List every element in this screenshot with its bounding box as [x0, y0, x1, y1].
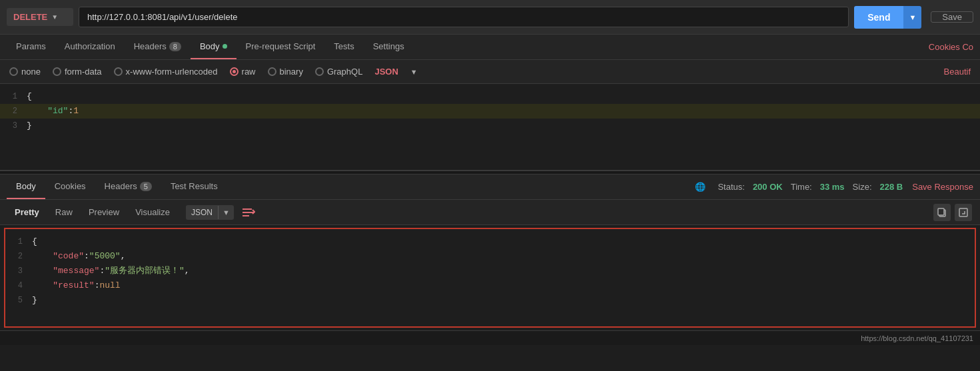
req-line-1: 1 {	[0, 89, 980, 104]
response-tabs-left: Body Cookies Headers 5 Test Results	[7, 175, 227, 199]
response-status-info: 🌐 Status: 200 OK Time: 33 ms Size: 228 B	[695, 182, 903, 192]
tab-params[interactable]: Params	[7, 35, 55, 59]
send-dropdown-button[interactable]: ▼	[903, 6, 921, 29]
tab-settings[interactable]: Settings	[364, 35, 414, 59]
format-select-label: JSON	[186, 205, 218, 220]
body-type-graphql[interactable]: GraphQL	[315, 67, 362, 77]
copy-icons-group	[933, 204, 972, 221]
resp-line-1: 1 {	[5, 234, 975, 249]
status-value: 200 OK	[753, 182, 783, 192]
radio-none-icon	[9, 67, 18, 76]
url-input[interactable]	[79, 7, 849, 27]
status-bar: https://blog.csdn.net/qq_41107231	[0, 330, 980, 345]
cookies-link[interactable]: Cookies Co	[929, 42, 973, 52]
resp-tab-body[interactable]: Body	[7, 175, 45, 199]
globe-icon: 🌐	[695, 182, 706, 192]
resp-headers-badge: 5	[140, 182, 152, 191]
copy-button[interactable]	[933, 204, 951, 221]
response-body-editor[interactable]: 1 { 2 "code" : "5000" , 3 "message" : "服…	[4, 228, 976, 328]
headers-badge: 8	[169, 42, 181, 51]
send-button-group: Send ▼	[854, 6, 921, 29]
send-button[interactable]: Send	[854, 6, 903, 29]
top-bar: DELETE ▼ Send ▼ Save	[0, 0, 980, 35]
radio-raw-icon	[230, 67, 239, 76]
raw-format-badge[interactable]: JSON	[374, 67, 398, 77]
body-type-form-data[interactable]: form-data	[53, 67, 102, 77]
resp-line-4: 4 "result" : null	[5, 278, 975, 293]
response-tabs: Body Cookies Headers 5 Test Results 🌐 St…	[0, 175, 980, 200]
save-button[interactable]: Save	[931, 11, 973, 23]
beautify-link[interactable]: Beautif	[944, 67, 971, 77]
body-type-raw[interactable]: raw	[230, 67, 256, 77]
resp-line-3: 3 "message" : "服务器内部错误！" ,	[5, 264, 975, 278]
tab-headers[interactable]: Headers 8	[125, 35, 191, 59]
body-dot-icon	[223, 44, 227, 49]
body-type-bar: none form-data x-www-form-urlencoded raw…	[0, 60, 980, 84]
request-tabs: Params Authorization Headers 8 Body Pre-…	[0, 35, 980, 60]
radio-binary-icon	[268, 67, 276, 76]
body-type-urlencoded[interactable]: x-www-form-urlencoded	[114, 67, 218, 77]
method-selector[interactable]: DELETE ▼	[7, 8, 73, 26]
response-format-bar: Pretty Raw Preview Visualize JSON ▼	[0, 200, 980, 225]
resp-tab-headers[interactable]: Headers 5	[95, 175, 161, 199]
format-tab-raw[interactable]: Raw	[49, 205, 79, 219]
method-arrow-icon: ▼	[51, 13, 58, 21]
svg-rect-2	[243, 215, 249, 216]
radio-graphql-icon	[315, 67, 324, 76]
wrap-icon[interactable]	[242, 207, 255, 218]
status-url: https://blog.csdn.net/qq_41107231	[861, 334, 973, 342]
status-time: 33 ms	[820, 182, 845, 192]
format-tab-preview[interactable]: Preview	[82, 205, 126, 219]
status-size: 228 B	[880, 182, 903, 192]
body-type-none[interactable]: none	[9, 67, 41, 77]
save-response-button[interactable]: Save Response	[912, 182, 973, 192]
resp-line-5: 5 }	[5, 293, 975, 308]
format-select-arrow-icon[interactable]: ▼	[218, 206, 234, 219]
resp-tab-cookies[interactable]: Cookies	[45, 175, 95, 199]
tab-tests[interactable]: Tests	[324, 35, 363, 59]
method-label: DELETE	[13, 12, 47, 22]
resp-tab-test-results[interactable]: Test Results	[161, 175, 227, 199]
resp-line-2: 2 "code" : "5000" ,	[5, 249, 975, 264]
radio-form-data-icon	[53, 67, 61, 76]
request-body-editor[interactable]: 1 { 2 "id":1 3 }	[0, 84, 980, 171]
response-meta: 🌐 Status: 200 OK Time: 33 ms Size: 228 B…	[695, 182, 973, 192]
req-line-3: 3 }	[0, 119, 980, 133]
expand-button[interactable]	[955, 204, 972, 221]
svg-rect-4	[938, 208, 944, 215]
format-tab-visualize[interactable]: Visualize	[129, 205, 177, 219]
tab-authorization[interactable]: Authorization	[55, 35, 125, 59]
format-tab-pretty[interactable]: Pretty	[8, 205, 46, 219]
raw-format-arrow-icon[interactable]: ▼	[410, 68, 418, 76]
req-line-2: 2 "id":1	[0, 104, 980, 119]
request-tabs-left: Params Authorization Headers 8 Body Pre-…	[7, 35, 414, 59]
tab-body[interactable]: Body	[191, 35, 237, 59]
radio-urlencoded-icon	[114, 67, 123, 76]
svg-rect-5	[959, 208, 967, 216]
tab-pre-request-script[interactable]: Pre-request Script	[237, 35, 325, 59]
svg-rect-0	[243, 208, 252, 210]
format-selector[interactable]: JSON ▼	[186, 205, 234, 220]
body-type-binary[interactable]: binary	[268, 67, 303, 77]
